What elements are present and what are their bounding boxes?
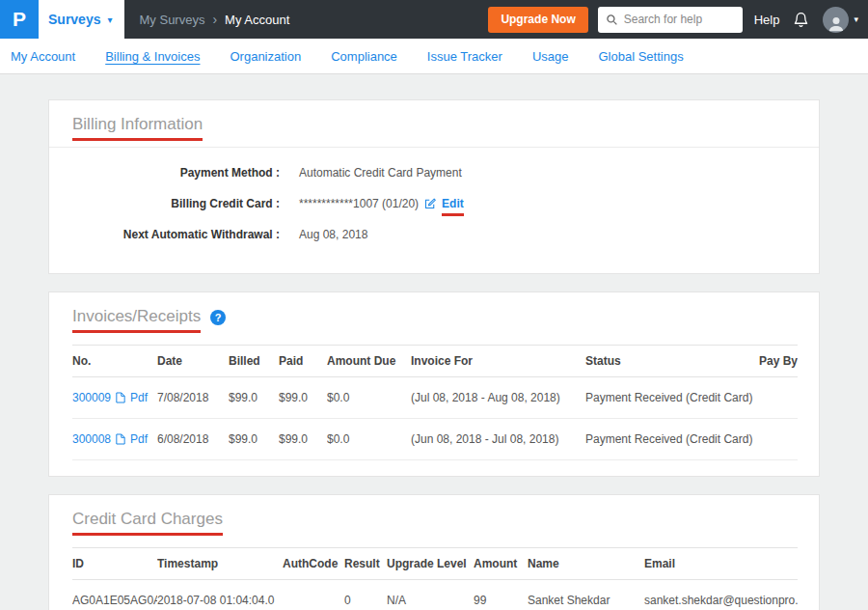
invoice-pdf-link[interactable]: Pdf — [130, 432, 148, 446]
top-bar: P Surveys ▾ My Surveys › My Account Upgr… — [0, 0, 868, 39]
col-amount-due: Amount Due — [327, 346, 411, 377]
tab-organization[interactable]: Organization — [230, 49, 301, 64]
tab-billing-invoices[interactable]: Billing & Invoices — [105, 49, 200, 64]
next-withdrawal-row: Next Automatic Withdrawal : Aug 08, 2018 — [72, 219, 796, 250]
next-withdrawal-value: Aug 08, 2018 — [299, 228, 367, 241]
upgrade-now-button[interactable]: Upgrade Now — [488, 7, 587, 33]
tab-compliance[interactable]: Compliance — [331, 49, 397, 64]
invoice-status: Payment Received (Credit Card) — [585, 419, 753, 460]
col-paid: Paid — [279, 346, 327, 377]
next-withdrawal-label: Next Automatic Withdrawal : — [72, 228, 280, 241]
invoice-billed: $99.0 — [229, 419, 279, 460]
charge-id: AG0A1E05AG0A — [72, 580, 157, 610]
payment-method-row: Payment Method : Automatic Credit Card P… — [72, 157, 796, 188]
invoice-for: (Jun 08, 2018 - Jul 08, 2018) — [411, 419, 585, 460]
help-icon[interactable]: ? — [210, 310, 226, 325]
invoice-paid: $99.0 — [279, 419, 327, 460]
breadcrumb-my-account: My Account — [225, 13, 289, 27]
search-icon — [606, 14, 618, 26]
charges-table: ID Timestamp AuthCode Result Upgrade Lev… — [72, 547, 798, 610]
breadcrumb-my-surveys[interactable]: My Surveys — [140, 13, 205, 27]
col-upgrade-level: Upgrade Level — [387, 548, 474, 580]
invoice-amount-due: $0.0 — [327, 377, 411, 419]
invoice-status: Payment Received (Credit Card) — [585, 377, 753, 419]
help-link[interactable]: Help — [754, 13, 780, 27]
billing-information-title: Billing Information — [72, 115, 203, 134]
col-result: Result — [344, 548, 387, 580]
product-name: Surveys — [48, 12, 100, 27]
invoice-number-link[interactable]: 300009 — [72, 391, 111, 404]
questionpro-logo: P — [0, 0, 39, 39]
help-search-box — [598, 7, 743, 33]
charge-authcode — [283, 580, 344, 610]
col-authcode: AuthCode — [283, 548, 344, 580]
col-name: Name — [528, 548, 644, 580]
payment-method-value: Automatic Credit Card Payment — [299, 166, 462, 180]
invoice-date: 6/08/2018 — [157, 419, 229, 460]
charge-timestamp: 2018-07-08 01:04:04.0 — [157, 580, 283, 610]
chevron-down-icon: ▾ — [107, 14, 112, 25]
col-id: ID — [72, 548, 157, 580]
tab-usage[interactable]: Usage — [532, 49, 569, 64]
invoice-pdf-link[interactable]: Pdf — [130, 391, 148, 404]
edit-credit-card-link[interactable]: Edit — [442, 197, 464, 210]
bell-icon[interactable] — [793, 11, 809, 28]
billing-credit-card-row: Billing Credit Card : ************1007 (… — [72, 188, 796, 219]
col-amount: Amount — [474, 548, 528, 580]
breadcrumb-separator-icon: › — [212, 12, 217, 27]
search-input[interactable] — [624, 13, 735, 26]
col-pay-by: Pay By — [753, 346, 798, 377]
col-no: No. — [72, 346, 157, 377]
tab-global-settings[interactable]: Global Settings — [598, 49, 683, 64]
breadcrumb: My Surveys › My Account — [140, 12, 290, 27]
invoice-amount-due: $0.0 — [327, 419, 411, 460]
payment-method-label: Payment Method : — [72, 166, 280, 180]
pdf-icon[interactable] — [116, 433, 125, 445]
billing-credit-card-label: Billing Credit Card : — [72, 197, 280, 210]
avatar-chevron-icon[interactable]: ▾ — [854, 14, 858, 24]
charge-email: sanket.shekdar@questionpro.com — [644, 580, 798, 610]
charge-upgrade-level: N/A — [387, 580, 474, 610]
invoice-date: 7/08/2018 — [157, 377, 229, 419]
charge-result: 0 — [344, 580, 387, 610]
invoices-receipts-title: Invoices/Receipts — [72, 307, 201, 326]
invoice-pay-by — [753, 419, 798, 460]
invoice-row: 300008 Pdf 6/08/2018 $99.0 — [72, 419, 798, 460]
invoice-row: 300009 Pdf 7/08/2018 $99.0 — [72, 377, 798, 419]
invoice-number-link[interactable]: 300008 — [72, 432, 111, 446]
col-email: Email — [644, 548, 798, 580]
pdf-icon[interactable] — [116, 392, 125, 403]
col-date: Date — [157, 346, 229, 377]
tab-issue-tracker[interactable]: Issue Tracker — [427, 49, 502, 64]
edit-icon[interactable] — [424, 198, 436, 209]
invoice-for: (Jul 08, 2018 - Aug 08, 2018) — [411, 377, 585, 419]
tab-bar: My Account Billing & Invoices Organizati… — [0, 39, 868, 74]
main-content: Billing Information Payment Method : Aut… — [0, 74, 868, 610]
credit-card-charges-card: Credit Card Charges ID Timestamp AuthCod… — [48, 494, 820, 610]
col-invoice-for: Invoice For — [411, 346, 585, 377]
avatar[interactable] — [823, 7, 849, 33]
col-billed: Billed — [229, 346, 279, 377]
credit-card-charges-title: Credit Card Charges — [72, 510, 223, 529]
invoice-billed: $99.0 — [229, 377, 279, 419]
product-switcher[interactable]: P Surveys ▾ — [0, 0, 124, 39]
charge-name: Sanket Shekdar — [528, 580, 644, 610]
billing-information-card: Billing Information Payment Method : Aut… — [48, 99, 820, 274]
billing-credit-card-value: ************1007 (01/20) — [299, 197, 419, 210]
col-timestamp: Timestamp — [157, 548, 283, 580]
invoices-table: No. Date Billed Paid Amount Due Invoice … — [72, 345, 798, 460]
invoice-paid: $99.0 — [279, 377, 327, 419]
invoices-receipts-card: Invoices/Receipts ? No. Date Billed Paid… — [48, 291, 820, 477]
col-status: Status — [585, 346, 753, 377]
charge-row: AG0A1E05AG0A 2018-07-08 01:04:04.0 0 N/A… — [72, 580, 798, 610]
tab-my-account[interactable]: My Account — [11, 49, 75, 64]
charge-amount: 99 — [474, 580, 528, 610]
invoice-pay-by — [753, 377, 798, 419]
